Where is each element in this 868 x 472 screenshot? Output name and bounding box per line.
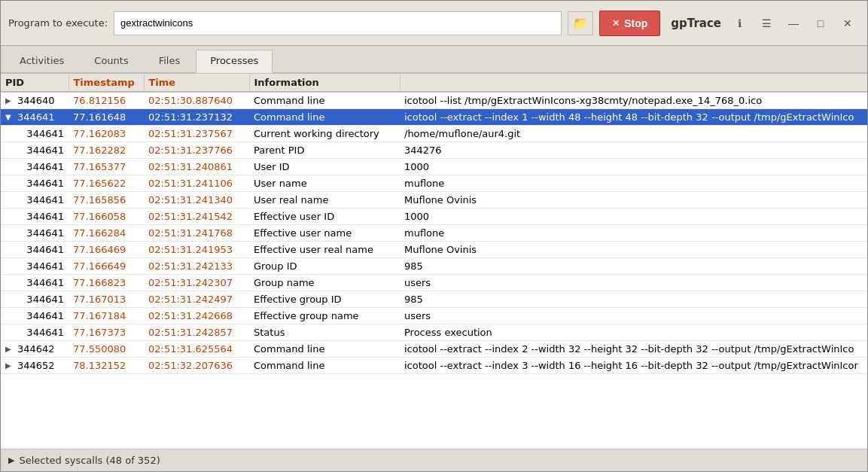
- cell-time: 02:51:31.241340: [144, 192, 249, 209]
- pid-value: 344641: [26, 194, 64, 206]
- cell-time: 02:51:31.242497: [144, 291, 249, 308]
- stop-label: Stop: [624, 17, 647, 29]
- cell-info-type: Group ID: [249, 258, 400, 275]
- table-row[interactable]: 34464177.16682302:51:31.242307Group name…: [1, 275, 867, 291]
- table-row[interactable]: 34464177.16605802:51:31.241542Effective …: [1, 209, 867, 225]
- tab-processes[interactable]: Processes: [196, 50, 273, 73]
- stop-button[interactable]: ✕ Stop: [599, 11, 660, 36]
- cell-info-type: Current working directory: [249, 126, 400, 142]
- cell-timestamp: 78.132152: [69, 358, 144, 374]
- cell-time: 02:51:31.241768: [144, 225, 249, 242]
- close-button[interactable]: ✕: [836, 13, 860, 34]
- cell-pid: ▼344641: [1, 109, 69, 126]
- cell-time: 02:51:31.237766: [144, 142, 249, 159]
- cell-timestamp: 77.165377: [69, 159, 144, 175]
- maximize-button[interactable]: □: [809, 13, 833, 34]
- cell-info-type: Status: [249, 324, 400, 341]
- tab-counts[interactable]: Counts: [80, 50, 142, 73]
- cell-time: 02:51:31.241542: [144, 209, 249, 225]
- cell-value: icotool --extract --index 2 --width 32 -…: [400, 341, 867, 358]
- cell-timestamp: 77.162282: [69, 142, 144, 159]
- expand-toggle[interactable]: ▼: [5, 113, 14, 121]
- cell-pid: 344641: [1, 209, 69, 225]
- table-row[interactable]: 34464177.16562202:51:31.241106User namem…: [1, 175, 867, 192]
- table-body: ▶34464076.81215602:51:30.887640Command l…: [1, 92, 867, 374]
- cell-pid: 344641: [1, 324, 69, 341]
- pid-value: 344641: [17, 111, 55, 123]
- menu-button[interactable]: ☰: [754, 13, 778, 34]
- expand-toggle[interactable]: ▶: [5, 345, 14, 353]
- statusbar-arrow: ▶: [8, 455, 14, 465]
- table-row[interactable]: 34464177.16208302:51:31.237567Current wo…: [1, 126, 867, 142]
- cell-timestamp: 77.167184: [69, 308, 144, 324]
- cell-time: 02:51:31.242133: [144, 258, 249, 275]
- cell-timestamp: 77.166469: [69, 242, 144, 258]
- pid-value: 344641: [26, 227, 64, 239]
- tab-activities[interactable]: Activities: [5, 50, 78, 73]
- cell-value: 1000: [400, 159, 867, 175]
- cell-pid: ▶344642: [1, 341, 69, 358]
- pid-value: 344640: [17, 95, 55, 106]
- table-row[interactable]: 34464177.16664902:51:31.242133Group ID98…: [1, 258, 867, 275]
- cell-info-type: User real name: [249, 192, 400, 209]
- cell-pid: 344641: [1, 159, 69, 175]
- minimize-button[interactable]: —: [781, 13, 806, 34]
- cell-pid: 344641: [1, 192, 69, 209]
- pid-value: 344642: [17, 343, 55, 355]
- cell-time: 02:51:32.207636: [144, 358, 249, 374]
- program-input[interactable]: [114, 11, 562, 35]
- cell-value: muflone: [400, 225, 867, 242]
- processes-table-container[interactable]: PID Timestamp Time Information ▶34464076…: [1, 74, 867, 449]
- stop-icon: ✕: [612, 18, 620, 29]
- pid-value: 344641: [26, 310, 64, 321]
- table-row[interactable]: 34464177.16628402:51:31.241768Effective …: [1, 225, 867, 242]
- table-row[interactable]: 34464177.16537702:51:31.240861User ID100…: [1, 159, 867, 175]
- tab-files[interactable]: Files: [145, 50, 195, 73]
- table-row[interactable]: 34464177.16585602:51:31.241340User real …: [1, 192, 867, 209]
- cell-pid: 344641: [1, 258, 69, 275]
- cell-info-type: Command line: [249, 341, 400, 358]
- pid-value: 344641: [26, 128, 64, 139]
- table-row[interactable]: ▶34464076.81215602:51:30.887640Command l…: [1, 92, 867, 109]
- cell-value: Muflone Ovinis: [400, 192, 867, 209]
- table-row[interactable]: 34464177.16737302:51:31.242857StatusProc…: [1, 324, 867, 341]
- cell-time: 02:51:31.242668: [144, 308, 249, 324]
- cell-time: 02:51:30.887640: [144, 92, 249, 109]
- cell-pid: 344641: [1, 225, 69, 242]
- table-row[interactable]: ▶34465278.13215202:51:32.207636Command l…: [1, 358, 867, 374]
- table-row[interactable]: 34464177.16718402:51:31.242668Effective …: [1, 308, 867, 324]
- cell-info-type: Effective user real name: [249, 242, 400, 258]
- tab-bar: Activities Counts Files Processes: [1, 46, 867, 74]
- pid-value: 344641: [26, 327, 64, 338]
- browse-button[interactable]: 📁: [568, 11, 593, 35]
- pid-value: 344641: [26, 178, 64, 189]
- info-button[interactable]: ℹ: [727, 13, 751, 34]
- pid-value: 344652: [17, 360, 55, 371]
- expand-toggle[interactable]: ▶: [5, 361, 14, 370]
- cell-info-type: Effective group ID: [249, 291, 400, 308]
- cell-value: muflone: [400, 175, 867, 192]
- cell-timestamp: 77.166649: [69, 258, 144, 275]
- cell-info-type: User name: [249, 175, 400, 192]
- cell-time: 02:51:31.242857: [144, 324, 249, 341]
- pid-value: 344641: [26, 244, 64, 255]
- cell-info-type: Group name: [249, 275, 400, 291]
- cell-pid: 344641: [1, 175, 69, 192]
- cell-timestamp: 77.165856: [69, 192, 144, 209]
- cell-timestamp: 76.812156: [69, 92, 144, 109]
- cell-pid: 344641: [1, 242, 69, 258]
- cell-time: 02:51:31.240861: [144, 159, 249, 175]
- cell-value: icotool --extract --index 3 --width 16 -…: [400, 358, 867, 374]
- cell-pid: 344641: [1, 291, 69, 308]
- table-row[interactable]: 34464177.16228202:51:31.237766Parent PID…: [1, 142, 867, 159]
- expand-toggle[interactable]: ▶: [5, 96, 14, 105]
- cell-time: 02:51:31.237132: [144, 109, 249, 126]
- table-row[interactable]: ▶34464277.55008002:51:31.625564Command l…: [1, 341, 867, 358]
- cell-value: users: [400, 308, 867, 324]
- table-row[interactable]: 34464177.16701302:51:31.242497Effective …: [1, 291, 867, 308]
- pid-value: 344641: [26, 145, 64, 156]
- cell-pid: ▶344640: [1, 92, 69, 109]
- table-row[interactable]: 34464177.16646902:51:31.241953Effective …: [1, 242, 867, 258]
- cell-info-type: Effective user ID: [249, 209, 400, 225]
- table-row[interactable]: ▼34464177.16164802:51:31.237132Command l…: [1, 109, 867, 126]
